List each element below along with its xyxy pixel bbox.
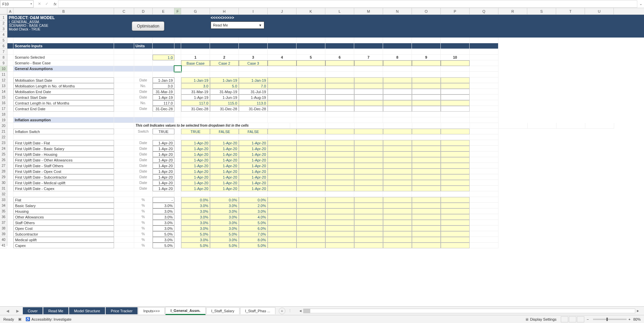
- cancel-icon[interactable]: ✕: [36, 2, 42, 6]
- col-E[interactable]: E: [153, 8, 174, 14]
- col-B[interactable]: B: [13, 8, 114, 14]
- col-T[interactable]: T: [556, 8, 585, 14]
- row-20[interactable]: 20: [0, 123, 7, 129]
- macro-record-icon[interactable]: ▣: [18, 317, 21, 321]
- row-31[interactable]: 31: [0, 186, 7, 191]
- row-4[interactable]: 4: [0, 32, 7, 38]
- row-9[interactable]: 9: [0, 60, 7, 66]
- row-6[interactable]: 6: [0, 43, 7, 49]
- display-settings-icon[interactable]: 🖥: [525, 317, 529, 321]
- view-normal-icon[interactable]: [561, 316, 568, 322]
- col-S[interactable]: S: [527, 8, 556, 14]
- confirm-icon[interactable]: ✓: [44, 2, 50, 6]
- row-12[interactable]: 12: [0, 77, 7, 83]
- zoom-out-icon[interactable]: −: [587, 317, 589, 321]
- expand-formula-icon[interactable]: ⌄: [637, 2, 644, 6]
- col-G[interactable]: G: [181, 8, 210, 14]
- col-M[interactable]: M: [354, 8, 383, 14]
- zoom-level[interactable]: 80%: [633, 317, 641, 321]
- col-L[interactable]: L: [325, 8, 354, 14]
- accessibility-icon[interactable]: ♿: [25, 317, 30, 321]
- row-36[interactable]: 36: [0, 214, 7, 220]
- scenario-inputs-header[interactable]: Scenario Inputs: [13, 43, 114, 49]
- row-16[interactable]: 16: [0, 100, 7, 106]
- col-K[interactable]: K: [297, 8, 325, 14]
- row-1[interactable]: 1: [0, 15, 7, 20]
- tab-price-tracker[interactable]: Price Tracker: [106, 307, 138, 314]
- row-28[interactable]: 28: [0, 169, 7, 174]
- col-H[interactable]: H: [210, 8, 239, 14]
- col-R[interactable]: R: [498, 8, 527, 14]
- col-A[interactable]: A: [7, 8, 13, 14]
- col-N[interactable]: N: [383, 8, 412, 14]
- tab-readme[interactable]: Read Me: [43, 307, 68, 314]
- row-17[interactable]: 17: [0, 106, 7, 112]
- col-D[interactable]: D: [134, 8, 153, 14]
- tab-cover[interactable]: Cover: [23, 307, 43, 314]
- row-29[interactable]: 29: [0, 174, 7, 180]
- col-J[interactable]: J: [268, 8, 297, 14]
- navigator-dropdown[interactable]: Read Me: [211, 21, 264, 29]
- row-33[interactable]: 33: [0, 197, 7, 203]
- general-assumptions-header[interactable]: General Assumptions: [13, 66, 114, 72]
- tab-model-structure[interactable]: Model Structure: [69, 307, 105, 314]
- scroll-left-icon[interactable]: ◄: [298, 309, 303, 313]
- tab-general-assm[interactable]: I_General_Assm.: [165, 307, 205, 315]
- optimisation-button[interactable]: Optimisation: [132, 21, 164, 31]
- row-15[interactable]: 15: [0, 94, 7, 100]
- display-settings[interactable]: Display Settings: [530, 317, 556, 321]
- row-11[interactable]: 11: [0, 72, 7, 77]
- row-30[interactable]: 30: [0, 180, 7, 186]
- row-27[interactable]: 27: [0, 163, 7, 169]
- row-41[interactable]: 41: [0, 243, 7, 248]
- view-break-icon[interactable]: [577, 316, 584, 322]
- tab-nav-prev-icon[interactable]: ◄: [3, 308, 13, 314]
- row-13[interactable]: 13: [0, 83, 7, 89]
- row-2[interactable]: 2: [0, 20, 7, 26]
- row-34[interactable]: 34: [0, 203, 7, 208]
- row-14[interactable]: 14: [0, 89, 7, 94]
- row-35[interactable]: 35: [0, 208, 7, 214]
- select-all-corner[interactable]: [0, 8, 7, 14]
- col-U[interactable]: U: [585, 8, 614, 14]
- row-7[interactable]: 7: [0, 49, 7, 55]
- row-10[interactable]: 10: [0, 66, 7, 72]
- grid[interactable]: PROJECT: O&M MODELI_GENERAL_ASSM.SCENARI…: [7, 15, 644, 246]
- zoom-slider[interactable]: [593, 319, 627, 320]
- row-22[interactable]: 22: [0, 134, 7, 140]
- row-38[interactable]: 38: [0, 225, 7, 231]
- row-40[interactable]: 40: [0, 237, 7, 243]
- col-P[interactable]: P: [441, 8, 470, 14]
- row-37[interactable]: 37: [0, 220, 7, 225]
- row-26[interactable]: 26: [0, 157, 7, 163]
- row-25[interactable]: 25: [0, 151, 7, 157]
- row-3[interactable]: 3: [0, 26, 7, 32]
- row-8[interactable]: 8: [0, 55, 7, 60]
- row-5[interactable]: 5: [0, 38, 7, 43]
- row-23[interactable]: 23: [0, 140, 7, 146]
- units-header[interactable]: Units: [134, 43, 153, 49]
- row-32[interactable]: 32: [0, 191, 7, 197]
- zoom-in-icon[interactable]: +: [629, 317, 631, 321]
- row-19[interactable]: 19: [0, 117, 7, 123]
- row-18[interactable]: 18: [0, 112, 7, 117]
- tab-nav-next-icon[interactable]: ►: [13, 308, 23, 314]
- active-cell[interactable]: [174, 66, 181, 72]
- tab-inputs[interactable]: Inputs>>>: [138, 307, 165, 314]
- col-I[interactable]: I: [239, 8, 268, 14]
- col-F[interactable]: F: [174, 8, 181, 14]
- horizontal-scrollbar[interactable]: [303, 309, 635, 313]
- tab-staff-phas[interactable]: I_Staff_Phas ...: [240, 307, 275, 314]
- row-21[interactable]: 21: [0, 129, 7, 134]
- col-O[interactable]: O: [412, 8, 441, 14]
- view-layout-icon[interactable]: [569, 316, 576, 322]
- fx-icon[interactable]: fx: [52, 2, 58, 6]
- col-C[interactable]: C: [114, 8, 134, 14]
- row-39[interactable]: 39: [0, 231, 7, 237]
- col-Q[interactable]: Q: [470, 8, 498, 14]
- accessibility-text[interactable]: Accessibility: Investigate: [32, 317, 71, 321]
- add-sheet-button[interactable]: +: [279, 308, 285, 314]
- formula-input[interactable]: [58, 0, 637, 8]
- row-24[interactable]: 24: [0, 146, 7, 151]
- tab-staff-salary[interactable]: I_Staff_Salary: [206, 307, 239, 314]
